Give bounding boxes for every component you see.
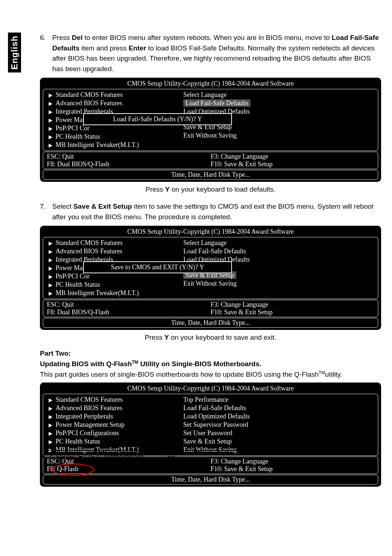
page-content: 6. Press Del to enter BIOS menu after sy…	[40, 33, 381, 490]
menu-item[interactable]: ▶PC Health Status	[45, 132, 180, 141]
menu-item[interactable]: ▶MB Intelligent Tweaker(M.I.T.)	[45, 289, 180, 297]
menu-item[interactable]: Save & Exit Setup	[183, 437, 376, 446]
step-body: Select Save & Exit Setup item to save th…	[52, 201, 381, 222]
bios-status-bar: Time, Date, Hard Disk Type...	[43, 475, 378, 485]
triangle-icon: ▶	[45, 101, 56, 107]
help-key: F8: Dual BIOS/Q-Flash	[47, 308, 211, 316]
menu-item[interactable]: ▶Standard CMOS Features	[45, 396, 180, 404]
triangle-icon: ▶	[45, 117, 56, 123]
footer-model: GA-8I845GE775-G Motherboard	[44, 453, 163, 461]
triangle-icon: ▶	[45, 142, 56, 148]
triangle-icon: ▶	[45, 439, 56, 445]
step-body: Press Del to enter BIOS menu after syste…	[52, 33, 381, 74]
step-number: 7.	[40, 201, 52, 222]
bios-panel-2: CMOS Setup Utility-Copyright (C) 1984-20…	[40, 226, 381, 330]
triangle-icon: ▶	[45, 282, 56, 288]
triangle-icon: ▶	[45, 274, 56, 280]
triangle-icon: ▶	[45, 134, 56, 140]
help-key: F3: Change Language	[211, 153, 374, 160]
bold-item: Save & Exit Setup	[73, 203, 132, 210]
menu-item[interactable]: Exit Without Saving	[183, 279, 376, 288]
menu-item[interactable]: ▶Advanced BIOS Features	[45, 247, 180, 255]
text: to enter BIOS menu after system reboots.…	[82, 34, 331, 41]
menu-item[interactable]: Set User Password	[183, 429, 376, 437]
help-right: F3: Change Language F10: Save & Exit Set…	[211, 301, 374, 316]
triangle-icon: ▶	[45, 249, 56, 255]
bios-status-bar: Time, Date, Hard Disk Type...	[43, 318, 378, 328]
key-enter: Enter	[128, 44, 146, 52]
step-6: 6. Press Del to enter BIOS menu after sy…	[40, 33, 381, 74]
help-left: ESC: Quit F8: Dual BIOS/Q-Flash	[47, 301, 211, 316]
menu-item[interactable]: Load Fail-Safe Defaults	[183, 404, 376, 412]
menu-item[interactable]: ▶PnP/PCI Cor	[45, 272, 180, 281]
key-y: Y	[165, 185, 170, 193]
text: Press	[52, 34, 72, 41]
bios-status-bar: Time, Date, Hard Disk Type...	[43, 170, 378, 180]
bios-title: CMOS Setup Utility-Copyright (C) 1984-20…	[41, 78, 380, 88]
trademark: TM	[132, 360, 138, 365]
help-key: ESC: Quit	[47, 301, 211, 308]
help-key: F8: Q-Flash	[47, 465, 211, 473]
menu-item-highlight[interactable]: Load Fail-Safe Defaults	[183, 99, 376, 107]
menu-item[interactable]: Set Supervisor Password	[183, 421, 376, 429]
bios-main: ▶Standard CMOS Features ▶Advanced BIOS F…	[43, 237, 378, 299]
triangle-icon: ▶	[45, 109, 56, 115]
triangle-icon: ▶	[45, 240, 56, 246]
text: item and press	[79, 44, 128, 52]
help-left: ESC: Quit F8: Dual BIOS/Q-Flash	[47, 153, 211, 168]
help-key: F8: Dual BIOS/Q-Flash	[47, 160, 211, 168]
help-key: ESC: Quit	[47, 153, 211, 160]
triangle-icon: ▶	[45, 422, 56, 428]
step-number: 6.	[40, 33, 52, 74]
part-two-heading: Part Two:	[40, 349, 381, 357]
menu-item[interactable]: ▶Standard CMOS Features	[45, 91, 180, 99]
key-y: Y	[164, 334, 169, 341]
help-key: F3: Change Language	[211, 301, 374, 308]
triangle-icon: ▶	[45, 430, 56, 437]
menu-item[interactable]: Load Optimized Defaults	[183, 412, 376, 421]
bios-help-bar: ESC: Quit F8: Dual BIOS/Q-Flash F3: Chan…	[43, 152, 378, 169]
menu-item[interactable]: ▶PnP/PCI Configurations	[45, 429, 180, 437]
help-key: F10: Save & Exit Setup	[211, 160, 374, 168]
language-tab: English	[8, 33, 21, 73]
triangle-icon: ▶	[45, 126, 56, 132]
bios-title: CMOS Setup Utility-Copyright (C) 1984-20…	[41, 226, 380, 236]
bios-title: CMOS Setup Utility-Copyright (C) 1984-20…	[41, 383, 380, 393]
bios-panel-3: CMOS Setup Utility-Copyright (C) 1984-20…	[40, 383, 381, 487]
trademark: TM	[319, 370, 325, 375]
menu-item[interactable]: Exit Without Saving	[183, 131, 376, 140]
part-two-body: This part guides users of single-BIOS mo…	[40, 370, 381, 379]
bios-main: ▶Standard CMOS Features ▶Advanced BIOS F…	[43, 89, 378, 151]
footer-page-number: - 56 -	[163, 453, 377, 461]
menu-item[interactable]: Load Fail-Safe Defaults	[183, 247, 376, 255]
menu-item[interactable]: ▶Integrated Peripherals	[45, 412, 180, 421]
help-key: F10: Save & Exit Setup	[211, 308, 374, 316]
menu-item[interactable]: ▶Advanced BIOS Features	[45, 404, 180, 412]
menu-item[interactable]: ▶MB Intelligent Tweaker(M.I.T.)	[45, 141, 180, 149]
menu-item[interactable]: ▶PC Health Status	[45, 281, 180, 289]
help-right: F3: Change Language F10: Save & Exit Set…	[211, 153, 374, 168]
menu-item[interactable]: Select Language	[183, 239, 376, 247]
bios-help-bar: ESC: Quit F8: Dual BIOS/Q-Flash F3: Chan…	[43, 300, 378, 317]
bios-main: ▶Standard CMOS Features ▶Advanced BIOS F…	[43, 394, 378, 456]
menu-item[interactable]: Top Performance	[183, 396, 376, 404]
menu-item[interactable]: ▶Power Management Setup	[45, 421, 180, 429]
confirm-dialog[interactable]: Save to CMOS and EXIT (Y/N)? Y	[83, 261, 232, 273]
bios-left-menu: ▶Standard CMOS Features ▶Advanced BIOS F…	[45, 396, 180, 454]
page-footer: GA-8I845GE775-G Motherboard - 56 -	[44, 450, 377, 461]
menu-item[interactable]: ▶PC Health Status	[45, 437, 180, 446]
menu-item[interactable]: ▶Standard CMOS Features	[45, 239, 180, 247]
triangle-icon: ▶	[45, 257, 56, 263]
step-7: 7. Select Save & Exit Setup item to save…	[40, 201, 381, 222]
help-key: F10: Save & Exit Setup	[211, 465, 374, 473]
part-two-subheading: Updating BIOS with Q-FlashTM Utility on …	[40, 360, 381, 368]
caption-2: Press Y on your keyboard to save and exi…	[40, 334, 381, 342]
menu-item[interactable]: Select Language	[183, 91, 376, 99]
caption-1: Press Y on your keyboard to load default…	[40, 185, 381, 193]
confirm-dialog[interactable]: Load Fail-Safe Defaults (Y/N)? Y	[83, 113, 232, 125]
bios-right-menu: Top Performance Load Fail-Safe Defaults …	[180, 396, 376, 454]
menu-item[interactable]: ▶PnP/PCI Cor	[45, 124, 180, 132]
triangle-icon: ▶	[45, 265, 56, 271]
triangle-icon: ▶	[45, 92, 56, 98]
menu-item[interactable]: ▶Advanced BIOS Features	[45, 99, 180, 107]
